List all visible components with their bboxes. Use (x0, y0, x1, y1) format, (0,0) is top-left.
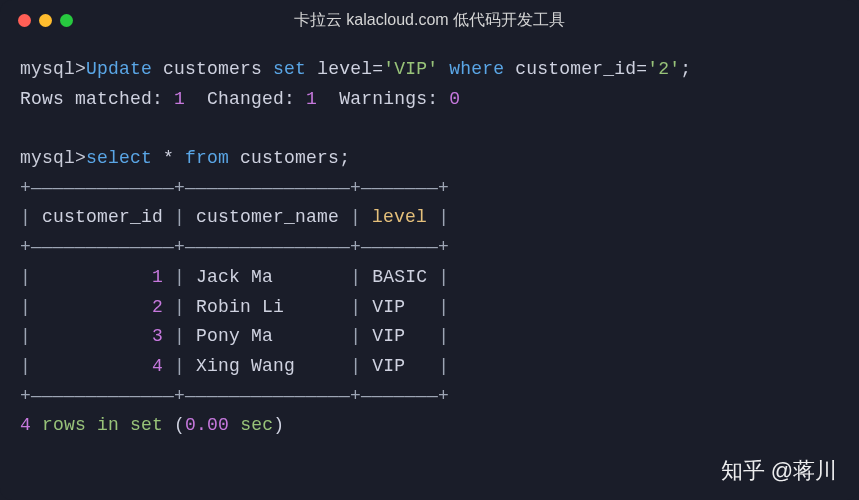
sql-star: * (163, 148, 174, 168)
semicolon: ; (680, 59, 691, 79)
terminal-window: 卡拉云 kalacloud.com 低代码开发工具 mysql>Update c… (0, 0, 859, 500)
sql-keyword: set (273, 59, 306, 79)
table-border-bot: +—————————————+———————————————+———————+ (20, 382, 839, 412)
sql-column: level= (317, 59, 383, 79)
pipe: | (350, 207, 361, 227)
command-line-1: mysql>Update customers set level='VIP' w… (20, 55, 839, 85)
table-row: | 2 | Robin Li | VIP | (20, 293, 839, 323)
titlebar: 卡拉云 kalacloud.com 低代码开发工具 (0, 0, 859, 37)
table-header: customer_id (31, 207, 174, 227)
paren: ( (174, 415, 185, 435)
result-label: Warnings: (339, 89, 438, 109)
pipe: | (438, 207, 449, 227)
result-line-1: Rows matched: 1 Changed: 1 Warnings: 0 (20, 85, 839, 115)
semicolon: ; (339, 148, 350, 168)
table-border-top: +—————————————+———————————————+———————+ (20, 174, 839, 204)
summary-time: 0.00 (185, 415, 229, 435)
prompt: mysql> (20, 59, 86, 79)
table-header: customer_name (185, 207, 350, 227)
summary-text: rows in set (42, 415, 163, 435)
blank-line (20, 114, 839, 144)
prompt: mysql> (20, 148, 86, 168)
summary-line: 4 rows in set (0.00 sec) (20, 411, 839, 441)
pipe: | (20, 207, 31, 227)
summary-sec: sec (240, 415, 273, 435)
sql-table: customers (163, 59, 262, 79)
result-value: 1 (174, 89, 185, 109)
maximize-button[interactable] (60, 14, 73, 27)
result-label: Changed: (207, 89, 295, 109)
sql-keyword: select (86, 148, 152, 168)
terminal-content[interactable]: mysql>Update customers set level='VIP' w… (0, 37, 859, 459)
sql-keyword: from (185, 148, 229, 168)
table-body: | 1 | Jack Ma | BASIC || 2 | Robin Li | … (20, 263, 839, 382)
sql-string: '2' (647, 59, 680, 79)
summary-count: 4 (20, 415, 31, 435)
table-row: | 1 | Jack Ma | BASIC | (20, 263, 839, 293)
command-line-2: mysql>select * from customers; (20, 144, 839, 174)
table-row: | 4 | Xing Wang | VIP | (20, 352, 839, 382)
sql-table: customers (240, 148, 339, 168)
sql-keyword: where (449, 59, 504, 79)
result-value: 0 (449, 89, 460, 109)
table-header-row: | customer_id | customer_name | level | (20, 203, 839, 233)
table-border-mid: +—————————————+———————————————+———————+ (20, 233, 839, 263)
traffic-lights (18, 14, 73, 27)
sql-column: customer_id= (515, 59, 647, 79)
table-header: level (361, 207, 438, 227)
pipe: | (174, 207, 185, 227)
result-label: Rows matched: (20, 89, 163, 109)
window-title: 卡拉云 kalacloud.com 低代码开发工具 (294, 10, 565, 31)
sql-keyword: Update (86, 59, 152, 79)
sql-string: 'VIP' (383, 59, 438, 79)
minimize-button[interactable] (39, 14, 52, 27)
watermark: 知乎 @蒋川 (721, 456, 837, 486)
table-row: | 3 | Pony Ma | VIP | (20, 322, 839, 352)
close-button[interactable] (18, 14, 31, 27)
result-value: 1 (306, 89, 317, 109)
paren: ) (273, 415, 284, 435)
